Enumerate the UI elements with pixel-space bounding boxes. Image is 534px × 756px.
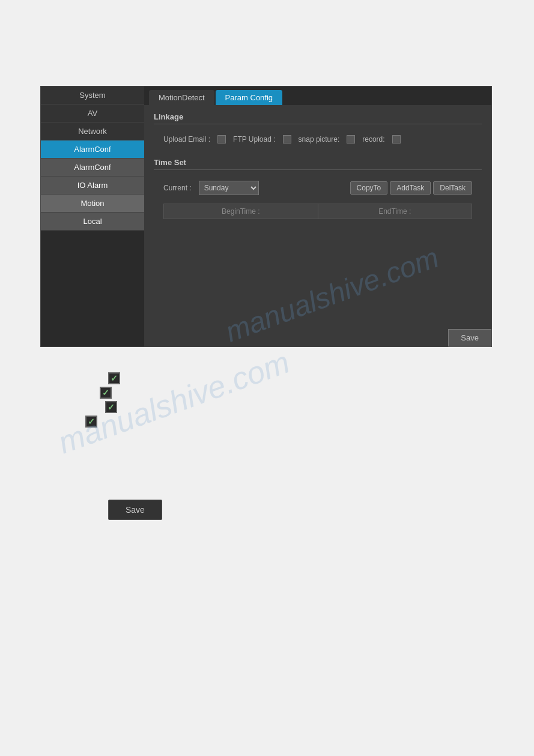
lower-checkbox-4[interactable] — [85, 416, 97, 428]
record-label: record: — [362, 135, 384, 144]
lower-cb-row-3 — [105, 401, 162, 413]
lower-checkbox-3[interactable] — [105, 401, 117, 413]
lower-cb-row-4 — [85, 416, 162, 428]
upload-email-label: Upload Email : — [163, 135, 210, 144]
linkage-row: Upload Email : FTP Upload : snap picture… — [154, 132, 482, 147]
addtask-button[interactable]: AddTask — [390, 181, 431, 195]
snap-picture-checkbox[interactable] — [347, 135, 355, 144]
sidebar-item-network[interactable]: Network — [41, 122, 144, 141]
main-panel: System AV Network AlarmConf AlarmConf IO… — [40, 86, 492, 347]
save-btn-container: Save — [448, 329, 491, 346]
lower-checkboxes — [108, 372, 162, 428]
sidebar: System AV Network AlarmConf AlarmConf IO… — [41, 86, 144, 346]
ftp-upload-checkbox[interactable] — [283, 135, 291, 144]
lower-checkbox-2[interactable] — [100, 387, 112, 399]
timeset-section-header: Time Set — [154, 158, 482, 170]
linkage-section-header: Linkage — [154, 112, 482, 124]
tab-bar: MotionDetect Param Config — [144, 86, 491, 105]
lower-cb-row-2 — [100, 387, 162, 399]
ftp-upload-label: FTP Upload : — [233, 135, 275, 144]
sidebar-item-local[interactable]: Local — [41, 213, 144, 231]
time-grid: BeginTime : EndTime : — [163, 204, 472, 219]
sidebar-item-io-alarm[interactable]: IO Alarm — [41, 177, 144, 195]
sidebar-item-alarmconf-parent[interactable]: AlarmConf — [41, 141, 144, 159]
deltask-button[interactable]: DelTask — [433, 181, 472, 195]
current-label: Current : — [163, 184, 192, 192]
timeset-btn-group: CopyTo AddTask DelTask — [350, 181, 472, 195]
tab-motion-detect[interactable]: MotionDetect — [149, 90, 214, 105]
snap-picture-label: snap picture: — [299, 135, 340, 144]
tab-param-config[interactable]: Param Config — [216, 90, 282, 105]
lower-section: Save — [108, 372, 162, 520]
sidebar-item-av[interactable]: AV — [41, 104, 144, 122]
record-checkbox[interactable] — [392, 135, 401, 144]
lower-watermark: manualshive.com — [40, 348, 401, 576]
upload-email-checkbox[interactable] — [217, 135, 226, 144]
save-button[interactable]: Save — [448, 329, 491, 346]
lower-save-button[interactable]: Save — [108, 500, 162, 520]
content-body: Linkage Upload Email : FTP Upload : snap… — [144, 105, 491, 346]
lower-watermark-text: manualshive.com — [53, 348, 294, 461]
sidebar-item-alarmconf-sub[interactable]: AlarmConf — [41, 159, 144, 177]
lower-cb-row-1 — [108, 372, 162, 384]
copyto-button[interactable]: CopyTo — [350, 181, 388, 195]
begin-time-cell: BeginTime : — [164, 204, 318, 219]
day-select[interactable]: Sunday Monday Tuesday Wednesday Thursday… — [199, 181, 259, 195]
sidebar-item-system[interactable]: System — [41, 86, 144, 104]
content-area: MotionDetect Param Config Linkage Upload… — [144, 86, 491, 346]
sidebar-item-motion[interactable]: Motion — [41, 195, 144, 213]
end-time-cell: EndTime : — [318, 204, 472, 219]
lower-checkbox-1[interactable] — [108, 372, 120, 384]
timeset-row: Current : Sunday Monday Tuesday Wednesda… — [154, 177, 482, 199]
timeset-section: Time Set Current : Sunday Monday Tuesday… — [154, 158, 482, 219]
